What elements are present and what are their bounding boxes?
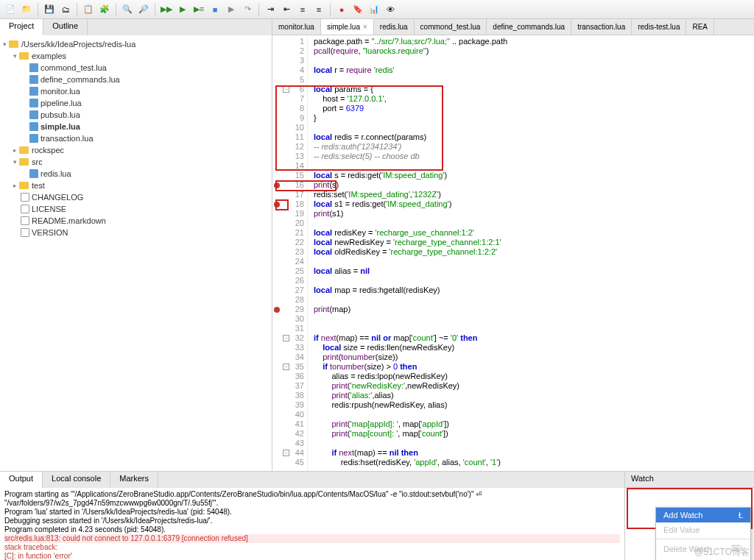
breakpoint-icon[interactable]: ● [334,2,349,17]
editor-tab-transaction.lua[interactable]: transaction.lua [571,19,632,35]
output-panel: Output Local console Markers Program sta… [0,472,625,560]
pause-icon[interactable]: ▶ [224,2,239,17]
file-commond_test.lua[interactable]: commond_test.lua [0,62,272,74]
tab-project[interactable]: Project [0,19,43,35]
bookmark-icon[interactable]: 🔖 [350,2,365,17]
folder-examples[interactable]: ▾examples [0,50,272,62]
indent-icon[interactable]: ≡ [295,2,310,17]
run-icon[interactable]: ▶▶ [159,2,174,17]
folder-test[interactable]: ▸test [0,180,272,191]
menu-copy-value: Copy Value [656,556,750,560]
editor-tab-monitor.lua[interactable]: monitor.lua [272,19,321,35]
folder-rockspec[interactable]: ▸rockspec [0,144,272,156]
step-out-icon[interactable]: ⇤ [279,2,294,17]
find-icon[interactable]: 🔍 [120,2,135,17]
main-toolbar: 📄 📁 💾 🗂 📋 🧩 🔍 🔎 ▶▶ ▶ ▶≡ ■ ▶ ↷ ⇥ ⇤ ≡ ≡ ● … [0,0,754,19]
file-pipeline.lua[interactable]: pipeline.lua [0,97,272,109]
editor-tab-REA[interactable]: REA [686,19,714,35]
debug-icon[interactable]: ▶ [175,2,190,17]
save-icon[interactable]: 💾 [42,2,57,17]
file-monitor.lua[interactable]: monitor.lua [0,85,272,97]
file-redis.lua[interactable]: redis.lua [0,168,272,180]
close-icon[interactable]: × [363,23,367,31]
file-README.markdown[interactable]: README.markdown [0,215,272,227]
folder-src[interactable]: ▾src [0,156,272,168]
tab-outline[interactable]: Outline [43,19,88,35]
file-pubsub.lua[interactable]: pubsub.lua [0,109,272,121]
file-define_commands.lua[interactable]: define_commands.lua [0,74,272,85]
step-into-icon[interactable]: ⇥ [263,2,278,17]
editor-tab-simple.lua[interactable]: simple.lua× [321,19,374,35]
editor-tab-commond_test.lua[interactable]: commond_test.lua [415,19,487,35]
editor-tab-define_commands.lua[interactable]: define_commands.lua [487,19,571,35]
open-icon[interactable]: 📁 [19,2,34,17]
config-icon[interactable]: 🧩 [97,2,112,17]
file-simple.lua[interactable]: simple.lua [0,121,272,132]
tree-root[interactable]: ▾/Users/kk/IdeaProjects/redis-lua [0,38,272,50]
watch-icon[interactable]: 👁 [383,2,398,17]
sidebar: Project Outline ▾/Users/kk/IdeaProjects/… [0,19,272,471]
watch-header: Watch [625,472,754,488]
run-to-icon[interactable]: ▶≡ [191,2,206,17]
tab-output[interactable]: Output [0,472,43,488]
watch-panel: Watch Add WatchŁ Edit Value Delete Watch… [625,472,754,560]
editor: monitor.luasimple.lua×redis.luacommond_t… [272,19,754,471]
project-tree: ▾/Users/kk/IdeaProjects/redis-lua ▾examp… [0,35,272,471]
editor-tab-redis.lua[interactable]: redis.lua [374,19,415,35]
watch-body[interactable]: Add WatchŁ Edit Value Delete Watch⌦ Copy… [625,488,754,560]
file-CHANGELOG[interactable]: CHANGELOG [0,191,272,203]
stop-icon[interactable]: ■ [208,2,222,17]
replace-icon[interactable]: 🔎 [136,2,151,17]
code-area[interactable]: 12345−6789101112131415161718192021222324… [272,35,754,471]
editor-tab-redis-test.lua[interactable]: redis-test.lua [632,19,686,35]
tab-markers[interactable]: Markers [110,472,158,488]
save-all-icon[interactable]: 🗂 [58,2,73,17]
menu-edit-value: Edit Value [656,522,750,537]
tab-local-console[interactable]: Local console [43,472,110,488]
file-LICENSE[interactable]: LICENSE [0,203,272,215]
project-icon[interactable]: 📋 [81,2,96,17]
file-transaction.lua[interactable]: transaction.lua [0,132,272,144]
stack-icon[interactable]: 📊 [367,2,381,17]
new-file-icon[interactable]: 📄 [3,2,18,17]
step-over-icon[interactable]: ↷ [240,2,255,17]
menu-add-watch[interactable]: Add WatchŁ [656,508,750,522]
output-text[interactable]: Program starting as '"/Applications/Zero… [0,488,624,560]
menu-delete-watch: Delete Watch⌦ [656,541,750,556]
watch-context-menu: Add WatchŁ Edit Value Delete Watch⌦ Copy… [655,507,751,560]
file-VERSION[interactable]: VERSION [0,227,272,238]
editor-tabs: monitor.luasimple.lua×redis.luacommond_t… [272,19,754,35]
outdent-icon[interactable]: ≡ [311,2,326,17]
